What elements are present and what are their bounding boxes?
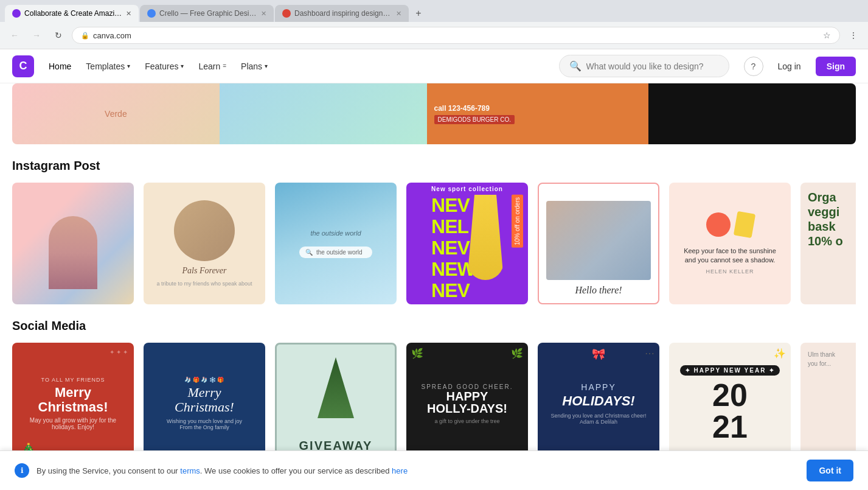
instagram-grid-wrapper: Pals Forever a tribute to my friends who… (12, 183, 856, 304)
instagram-card-ocean[interactable]: the outside world 🔍 the outside world (275, 183, 397, 304)
preview-card-4[interactable] (648, 83, 856, 144)
instagram-card-circle[interactable]: Pals Forever a tribute to my friends who… (144, 183, 265, 304)
holiday-bow: 🎀 (538, 348, 659, 361)
xmas-red-sub: May you all grow with joy for the holida… (22, 417, 124, 430)
main-content: Verde call 123-456-789 DEMIGODS BURGER C… (0, 83, 868, 479)
giveaway-plant (282, 349, 390, 426)
tab-title-1: Collaborate & Create Amazing C... (24, 9, 122, 18)
tab-favicon-3 (282, 9, 291, 18)
firework-icon: ✨ (774, 348, 786, 359)
social-grid: TO ALL MY FRIENDS MerryChristmas! May yo… (12, 343, 856, 464)
instagram-card-watercolor[interactable] (12, 183, 134, 304)
browser-toolbar: ← → ↻ 🔒 canva.com ☆ ⋮ (0, 22, 868, 49)
xmas-stars: ✦ ✦ ✦ (109, 349, 128, 355)
browser-tab-1[interactable]: Collaborate & Create Amazing C... ✕ (5, 5, 139, 22)
sunshine-decorations (706, 212, 754, 242)
bookmark-icon[interactable]: ☆ (823, 30, 831, 40)
preview-card-2[interactable] (220, 83, 427, 144)
sunshine-pencil (734, 211, 755, 238)
forward-button[interactable]: → (28, 27, 45, 44)
xmas-blue-socks: 🧦 🎁 🧦 ❄️ 🎁 (184, 377, 224, 383)
cookie-here-link[interactable]: here (392, 466, 408, 475)
verde-text: Verde (105, 109, 127, 119)
cookie-terms-link[interactable]: terms (180, 466, 200, 475)
tab-favicon-2 (147, 9, 156, 18)
social-card-xmas-red[interactable]: TO ALL MY FRIENDS MerryChristmas! May yo… (12, 343, 134, 464)
address-bar[interactable]: 🔒 canva.com ☆ (72, 27, 840, 44)
search-input[interactable] (586, 61, 719, 71)
preview-text-1: Verde (97, 102, 134, 126)
nav-search-container[interactable]: 🔍 (559, 55, 729, 77)
preview-card-3[interactable]: call 123-456-789 DEMIGODS BURGER CO. (427, 83, 649, 144)
holly-decorations: 🌿 🌿 (411, 348, 523, 359)
features-caret: ▾ (181, 63, 184, 69)
tab-close-3[interactable]: ✕ (396, 10, 401, 18)
instagram-card-harvest[interactable]: Orgaveggibask10% o (800, 183, 856, 304)
tab-title-3: Dashboard inspiring designs - G... (294, 9, 392, 18)
happy-holidays-main: HOLIDAYS! (562, 394, 634, 408)
hello-text: Hello there! (575, 285, 622, 296)
holly-sub: a gift to give under the tree (434, 418, 499, 424)
sport-discount: 10% off on orders (512, 195, 523, 248)
newyear-year2: 21 (712, 411, 748, 443)
instagram-section-title: Instagram Post (12, 159, 856, 173)
search-bar-mini: 🔍 the outside world (299, 247, 372, 258)
instagram-card-hello[interactable]: Hello there! (538, 183, 659, 304)
sunshine-attribution: HELEN KELLER (706, 268, 754, 275)
partial-text: Ulm thankyou for... (808, 350, 856, 368)
back-button[interactable]: ← (6, 27, 23, 44)
more-options-icon[interactable]: ⋯ (645, 348, 654, 359)
refresh-button[interactable]: ↻ (50, 27, 67, 44)
info-symbol: ℹ (21, 466, 24, 475)
social-card-xmas-blue[interactable]: 🧦 🎁 🧦 ❄️ 🎁 MerryChristmas! Wishing you m… (144, 343, 265, 464)
cookie-banner: ℹ By using the Service, you consent to o… (0, 450, 868, 490)
social-card-giveaway[interactable]: GIVEAWAY (275, 343, 397, 464)
sport-nev-text: NEVNELNEVNEWNEV (431, 195, 475, 302)
tab-close-2[interactable]: ✕ (261, 10, 266, 18)
browser-tab-2[interactable]: Crello — Free Graphic Design So... ✕ (140, 5, 274, 22)
mini-search-icon: 🔍 (305, 249, 313, 256)
signup-button[interactable]: Sign (816, 57, 856, 76)
happy-holidays-happy: HAPPY (581, 382, 616, 392)
search-text: the outside world (316, 249, 363, 256)
help-button[interactable]: ? (744, 57, 763, 76)
social-card-partial[interactable]: Ulm thankyou for... (800, 343, 856, 464)
cookie-message: By using the Service, you consent to our (36, 466, 180, 475)
nav-features[interactable]: Features ▾ (145, 61, 184, 71)
happy-holidays-sub: Sending you love and Christmas cheer!Ada… (550, 413, 646, 425)
login-button[interactable]: Log in (778, 61, 801, 71)
nav-templates[interactable]: Templates ▾ (86, 61, 130, 71)
instagram-card-sport[interactable]: New sport collection NEVNELNEVNEWNEV 10%… (406, 183, 528, 304)
new-tab-button[interactable]: + (410, 5, 427, 22)
xmas-blue-main: MerryChristmas! (175, 385, 234, 415)
sport-label: New sport collection (431, 186, 503, 192)
search-icon: 🔍 (569, 60, 582, 72)
call-text: call 123-456-789 (434, 104, 515, 113)
holly-leaf-right: 🌿 (511, 348, 523, 359)
hello-photo (546, 201, 651, 280)
canva-logo[interactable]: C (12, 55, 34, 77)
social-card-newyear[interactable]: ✦ HAPPY NEW YEAR ✦ 20 21 ✨ (669, 343, 791, 464)
plans-caret: ▾ (265, 63, 268, 69)
cookie-info-icon: ℹ (15, 463, 29, 478)
portrait-image (174, 200, 235, 261)
social-card-holly[interactable]: 🌿 🌿 SPREAD GOOD CHEER. HAPPYHOLLY-DAYS! … (406, 343, 528, 464)
preview-card-1[interactable]: Verde (12, 83, 220, 144)
nav-learn[interactable]: Learn = (198, 61, 226, 71)
holly-main: HAPPYHOLLY-DAYS! (427, 390, 507, 415)
logo-letter: C (19, 60, 27, 72)
social-card-happy-holidays[interactable]: HAPPY HOLIDAYS! Sending you love and Chr… (538, 343, 659, 464)
cookie-middle: . We use cookies to offer you our servic… (200, 466, 392, 475)
learn-caret: = (223, 63, 226, 69)
nav-plans[interactable]: Plans ▾ (241, 61, 268, 71)
more-options-button[interactable]: ⋮ (845, 27, 862, 44)
watercolor-content (12, 183, 134, 304)
plant-shape (318, 357, 354, 418)
instagram-card-sunshine[interactable]: Keep your face to the sunshine and you c… (669, 183, 791, 304)
tab-close-1[interactable]: ✕ (126, 10, 131, 18)
browser-tab-3[interactable]: Dashboard inspiring designs - G... ✕ (275, 5, 409, 22)
xmas-red-main: MerryChristmas! (38, 385, 108, 415)
nav-home[interactable]: Home (49, 61, 71, 71)
cookie-accept-button[interactable]: Got it (807, 460, 853, 481)
templates-caret: ▾ (127, 63, 130, 69)
